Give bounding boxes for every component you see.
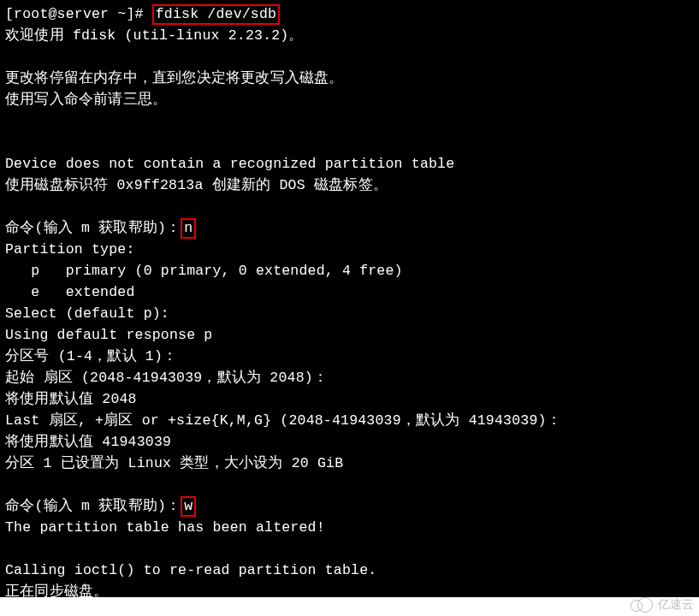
output-line: 使用磁盘标识符 0x9ff2813a 创建新的 DOS 磁盘标签。 — [5, 177, 388, 193]
output-line: 起始 扇区 (2048-41943039，默认为 2048)： — [5, 370, 328, 386]
command-highlight-fdisk: fdisk /dev/sdb — [152, 4, 280, 25]
output-line: Using default response p — [5, 327, 212, 343]
input-highlight-w: w — [181, 496, 196, 517]
output-line: 将使用默认值 2048 — [5, 391, 137, 407]
watermark: 亿速云 — [631, 597, 694, 613]
output-line: p primary (0 primary, 0 extended, 4 free… — [5, 263, 403, 279]
prompt-help-line-w: 命令(输入 m 获取帮助)：w — [5, 498, 196, 514]
prompt-line-final[interactable]: [root@server ~]# — [5, 605, 161, 616]
prompt: [root@server ~]# — [5, 6, 152, 22]
output-line: 分区号 (1-4，默认 1)： — [5, 348, 177, 364]
prompt: [root@server ~]# — [5, 605, 152, 616]
output-line: 欢迎使用 fdisk (util-linux 2.23.2)。 — [5, 27, 304, 44]
output-line: e extended — [5, 284, 135, 300]
output-line: The partition table has been altered! — [5, 519, 325, 536]
output-line: 使用写入命令前请三思。 — [5, 92, 167, 108]
input-highlight-n: n — [181, 218, 196, 239]
output-line: 分区 1 已设置为 Linux 类型，大小设为 20 GiB — [5, 455, 343, 471]
output-line: 正在同步磁盘。 — [5, 583, 108, 600]
watermark-text: 亿速云 — [658, 597, 694, 613]
output-line: 将使用默认值 41943039 — [5, 434, 171, 450]
output-line: Last 扇区, +扇区 or +size{K,M,G} (2048-41943… — [5, 412, 561, 429]
output-line: Select (default p): — [5, 305, 169, 322]
output-line: 更改将停留在内存中，直到您决定将更改写入磁盘。 — [5, 70, 344, 86]
terminal-window[interactable]: [root@server ~]# fdisk /dev/sdb 欢迎使用 fdi… — [0, 0, 699, 597]
cloud-icon — [631, 597, 655, 613]
prompt-help-line-n: 命令(输入 m 获取帮助)：n — [5, 220, 196, 236]
prompt-line-1: [root@server ~]# fdisk /dev/sdb — [5, 6, 280, 22]
output-line: Calling ioctl() to re-read partition tab… — [5, 562, 376, 578]
cursor-icon — [152, 606, 161, 616]
output-line: Device does not contain a recognized par… — [5, 156, 454, 172]
output-line: Partition type: — [5, 241, 135, 258]
